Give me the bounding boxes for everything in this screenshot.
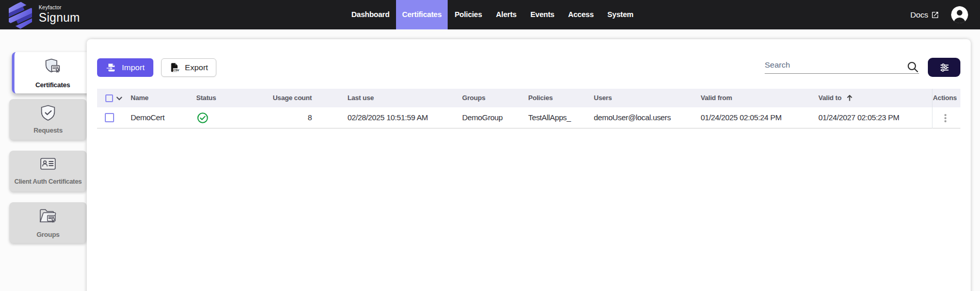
- svg-text:CSV: CSV: [173, 69, 180, 72]
